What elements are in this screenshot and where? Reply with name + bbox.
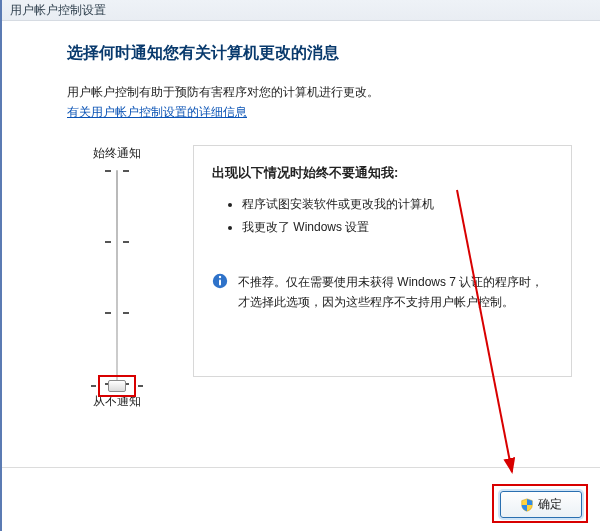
panel-heading: 出现以下情况时始终不要通知我: [212,164,553,182]
learn-more-link[interactable]: 有关用户帐户控制设置的详细信息 [67,105,247,119]
footer-divider [2,467,600,468]
notification-setting-panel: 出现以下情况时始终不要通知我: 程序试图安装软件或更改我的计算机 我更改了 Wi… [193,145,572,377]
ok-button[interactable]: 确定 [500,491,582,518]
slider-thumb[interactable] [98,375,136,397]
svg-rect-1 [219,280,221,286]
window-title: 用户帐户控制设置 [2,0,600,21]
info-icon [212,273,228,289]
svg-point-2 [219,276,221,278]
recommendation-text: 不推荐。仅在需要使用未获得 Windows 7 认证的程序时，才选择此选项，因为… [238,272,553,313]
description-text: 用户帐户控制有助于预防有害程序对您的计算机进行更改。 [67,84,572,101]
ok-button-label: 确定 [538,496,562,513]
uac-level-slider[interactable] [97,170,137,385]
panel-bullet: 程序试图安装软件或更改我的计算机 [242,196,553,213]
shield-icon [520,498,534,512]
panel-bullet: 我更改了 Windows 设置 [242,219,553,236]
slider-top-label: 始终通知 [67,145,167,162]
page-title: 选择何时通知您有关计算机更改的消息 [67,43,572,64]
